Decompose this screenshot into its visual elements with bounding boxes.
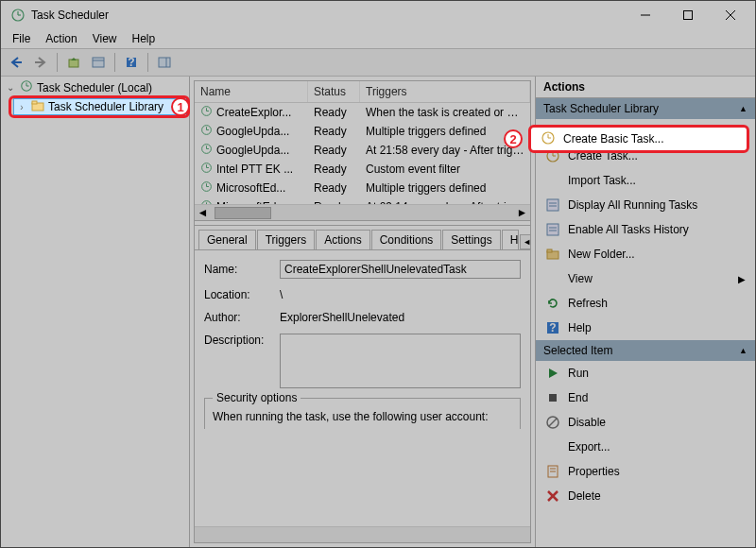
properties-icon: [545, 464, 560, 479]
properties-button[interactable]: [87, 51, 110, 74]
svg-text:?: ?: [549, 321, 556, 334]
column-triggers[interactable]: Triggers: [360, 81, 530, 102]
task-detail: General Triggers Actions Conditions Sett…: [195, 225, 530, 542]
tab-history[interactable]: H: [502, 230, 519, 249]
action-label: Enable All Tasks History: [568, 223, 689, 236]
menu-action[interactable]: Action: [38, 30, 84, 47]
action-import-task[interactable]: Import Task...: [536, 168, 755, 193]
collapse-icon[interactable]: ▲: [739, 104, 747, 113]
action-label: Import Task...: [568, 174, 636, 187]
task-name: MicrosoftEd...: [216, 200, 285, 204]
action-delete[interactable]: Delete: [536, 484, 755, 508]
action-refresh[interactable]: Refresh: [536, 291, 755, 316]
action-properties[interactable]: Properties: [536, 459, 755, 484]
run-icon: [545, 366, 560, 381]
scroll-right-icon[interactable]: ►: [514, 205, 530, 221]
highlighted-tree-library[interactable]: › Task Scheduler Library: [13, 98, 185, 115]
action-display-all-running-tasks[interactable]: Display All Running Tasks: [536, 193, 755, 217]
disable-icon: [545, 415, 560, 430]
window-title: Task Scheduler: [31, 9, 624, 22]
menubar: File Action View Help: [1, 29, 755, 48]
tab-settings[interactable]: Settings: [442, 230, 500, 249]
task-row[interactable]: GoogleUpda...ReadyMultiple triggers defi…: [195, 122, 530, 141]
highlighted-tree-label: Task Scheduler Library: [48, 100, 163, 113]
svg-line-57: [549, 419, 557, 426]
detail-description-input[interactable]: [280, 334, 521, 388]
back-button[interactable]: [5, 51, 27, 74]
tab-general[interactable]: General: [198, 230, 256, 249]
task-list-header[interactable]: Name Status Triggers: [195, 81, 530, 103]
task-clock-icon: [200, 180, 213, 196]
refresh-icon: [545, 296, 560, 311]
scroll-left-icon[interactable]: ◄: [195, 205, 211, 221]
expand-icon[interactable]: ⌄: [5, 82, 16, 94]
forward-button[interactable]: [29, 51, 52, 74]
highlighted-action-create-basic[interactable]: Create Basic Task...: [531, 128, 747, 150]
help-button[interactable]: ?: [120, 51, 143, 74]
scrollbar-thumb[interactable]: [215, 207, 271, 219]
highlighted-action-label: Create Basic Task...: [563, 132, 664, 146]
action-new-folder[interactable]: New Folder...: [536, 242, 755, 266]
action-export[interactable]: Export...: [536, 435, 755, 459]
menu-view[interactable]: View: [85, 30, 125, 47]
action-enable-all-tasks-history[interactable]: Enable All Tasks History: [536, 217, 755, 242]
svg-rect-45: [547, 199, 558, 211]
maximize-button[interactable]: [666, 1, 709, 29]
detail-horizontal-scrollbar[interactable]: [195, 526, 530, 542]
task-row[interactable]: GoogleUpda...ReadyAt 21:58 every day - A…: [195, 141, 530, 160]
action-run[interactable]: Run: [536, 361, 755, 385]
task-status: Ready: [308, 198, 360, 204]
tab-triggers[interactable]: Triggers: [257, 230, 316, 249]
action-view[interactable]: View▶: [536, 266, 755, 291]
menu-help[interactable]: Help: [125, 30, 163, 47]
task-row[interactable]: MicrosoftEd...ReadyMultiple triggers def…: [195, 179, 530, 197]
tab-actions[interactable]: Actions: [316, 230, 369, 249]
task-status: Ready: [308, 104, 360, 121]
task-list[interactable]: Name Status Triggers CreateExplor...Read…: [195, 81, 530, 221]
column-status[interactable]: Status: [308, 81, 360, 102]
task-triggers: Multiple triggers defined: [360, 180, 530, 197]
menu-file[interactable]: File: [5, 30, 38, 47]
up-button[interactable]: [62, 51, 85, 74]
actions-group-library[interactable]: Task Scheduler Library ▲: [536, 98, 755, 119]
task-name: Intel PTT EK ...: [216, 163, 293, 176]
action-end[interactable]: End: [536, 385, 755, 410]
task-triggers: Multiple triggers defined: [360, 123, 530, 140]
close-button[interactable]: [709, 1, 751, 29]
minimize-button[interactable]: [624, 1, 666, 29]
svg-rect-48: [547, 224, 558, 235]
none-icon: [545, 439, 560, 454]
task-triggers: When the task is created or modifi: [360, 104, 530, 121]
panes-button[interactable]: [153, 51, 176, 74]
folder-new-icon: [545, 247, 560, 262]
task-row[interactable]: Intel PTT EK ...ReadyCustom event filter: [195, 160, 530, 179]
list-horizontal-scrollbar[interactable]: ◄ ►: [195, 204, 530, 220]
tab-conditions[interactable]: Conditions: [371, 230, 442, 249]
task-row[interactable]: MicrosoftEd...ReadyAt 09:14 every day - …: [195, 197, 530, 204]
action-disable[interactable]: Disable: [536, 410, 755, 435]
task-clock-icon: [200, 124, 213, 139]
expand-icon[interactable]: ›: [16, 101, 27, 112]
task-name: CreateExplor...: [216, 106, 291, 119]
action-label: Run: [568, 367, 589, 380]
task-row[interactable]: CreateExplor...ReadyWhen the task is cre…: [195, 103, 530, 122]
action-label: Help: [568, 321, 592, 334]
list-check-icon: [545, 222, 560, 237]
tabs-scroll-left[interactable]: ◄: [520, 234, 530, 249]
list-run-icon: [545, 197, 560, 213]
tree-root-node[interactable]: ⌄ Task Scheduler (Local): [3, 78, 187, 96]
task-status: Ready: [308, 142, 360, 159]
column-name[interactable]: Name: [195, 81, 308, 102]
task-scheduler-icon: [10, 8, 26, 23]
task-clock-icon: [200, 162, 213, 177]
collapse-icon[interactable]: ▲: [739, 346, 747, 355]
svg-rect-14: [159, 58, 170, 67]
task-name: MicrosoftEd...: [216, 181, 285, 195]
action-help[interactable]: ?Help: [536, 316, 755, 340]
detail-name-input[interactable]: [280, 260, 521, 279]
tree-pane[interactable]: ⌄ Task Scheduler (Local) › Task Schedule…: [1, 77, 190, 547]
security-options-group: Security options When running the task, …: [204, 398, 521, 429]
tree-root-label: Task Scheduler (Local): [37, 81, 152, 94]
actions-group-selected[interactable]: Selected Item ▲: [536, 340, 755, 361]
task-triggers: Custom event filter: [360, 161, 530, 178]
